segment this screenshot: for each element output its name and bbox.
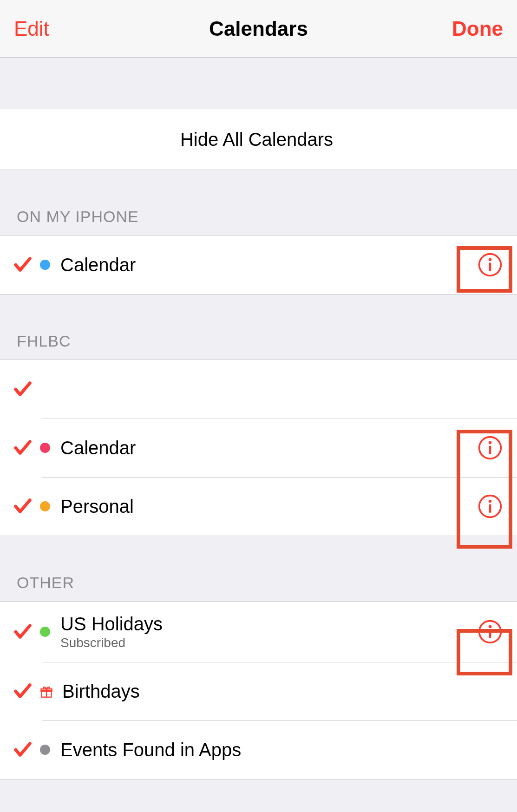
calendar-row-birthdays[interactable]: Birthdays <box>0 662 517 720</box>
svg-rect-5 <box>489 445 491 454</box>
calendar-label: US Holidays <box>60 613 477 635</box>
section-fhlbc: Calendar Personal <box>0 360 517 536</box>
section-other: US Holidays Subscribed Birthdays <box>0 601 517 779</box>
calendar-row-fhlbc-calendar[interactable]: Calendar <box>0 419 517 477</box>
svg-point-10 <box>489 625 492 629</box>
page-title: Calendars <box>0 17 517 40</box>
svg-rect-2 <box>489 262 491 271</box>
svg-point-7 <box>489 500 492 503</box>
section-header-on-my-iphone: ON MY IPHONE <box>0 170 517 235</box>
section-on-my-iphone: Calendar <box>0 235 517 295</box>
calendars-screen: Edit Calendars Done Hide All Calendars O… <box>0 0 517 812</box>
checkmark-icon <box>10 377 35 402</box>
svg-rect-8 <box>489 504 491 513</box>
calendar-label: Birthdays <box>62 681 503 702</box>
calendar-row-us-holidays[interactable]: US Holidays Subscribed <box>0 602 517 662</box>
info-button[interactable] <box>477 493 503 519</box>
section-header-fhlbc: FHLBC <box>0 295 517 360</box>
calendar-subtitle: Subscribed <box>60 635 477 650</box>
hide-all-label: Hide All Calendars <box>180 129 333 150</box>
gift-icon <box>40 685 52 697</box>
calendar-row-events-found-in-apps[interactable]: Events Found in Apps <box>0 720 517 779</box>
color-dot <box>40 501 50 511</box>
checkmark-icon <box>10 619 35 644</box>
edit-button[interactable]: Edit <box>14 17 49 40</box>
color-dot <box>40 260 50 270</box>
calendar-label: Calendar <box>60 438 477 458</box>
checkmark-icon <box>10 435 35 460</box>
svg-point-4 <box>489 441 492 445</box>
hide-all-calendars-button[interactable]: Hide All Calendars <box>0 109 517 170</box>
checkmark-icon <box>10 494 35 519</box>
done-button[interactable]: Done <box>452 17 503 40</box>
hide-all-group: Hide All Calendars <box>0 109 517 170</box>
calendar-label: Events Found in Apps <box>60 740 503 760</box>
info-button[interactable] <box>477 435 503 461</box>
calendar-row-calendar-iphone[interactable]: Calendar <box>0 236 517 294</box>
svg-rect-11 <box>489 629 491 638</box>
color-dot <box>40 745 50 755</box>
spacer <box>0 58 517 109</box>
info-button[interactable] <box>477 252 503 278</box>
color-dot <box>40 443 50 453</box>
color-dot <box>40 627 50 637</box>
info-button[interactable] <box>477 619 503 645</box>
calendar-row-fhlbc-personal[interactable]: Personal <box>0 477 517 536</box>
checkmark-icon <box>10 252 35 277</box>
calendar-row-fhlbc-0[interactable] <box>0 360 517 419</box>
section-header-other: OTHER <box>0 536 517 601</box>
navbar: Edit Calendars Done <box>0 0 517 58</box>
calendar-label: Personal <box>60 496 477 517</box>
calendar-label: Calendar <box>60 255 477 275</box>
checkmark-icon <box>10 679 35 704</box>
svg-point-1 <box>489 258 492 262</box>
checkmark-icon <box>10 737 35 762</box>
calendar-text: US Holidays Subscribed <box>60 613 477 650</box>
